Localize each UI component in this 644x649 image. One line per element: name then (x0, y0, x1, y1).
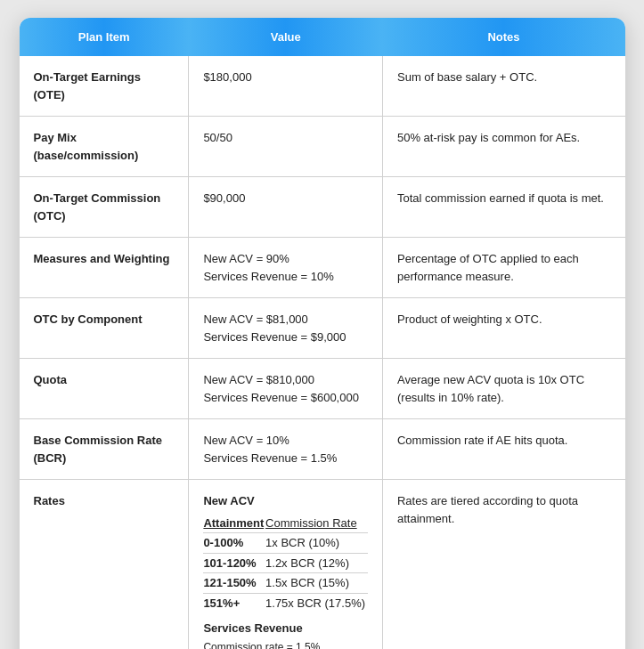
table-row: QuotaNew ACV = $810,000Services Revenue … (20, 359, 625, 419)
tier-rate: 1.2x BCR (12%) (265, 553, 368, 573)
tier-rate: 1x BCR (10%) (265, 533, 368, 554)
table-row: Base Commission Rate (BCR)New ACV = 10%S… (20, 419, 625, 480)
notes-cell: Rates are tiered according to quota atta… (382, 480, 624, 650)
plan-item-cell: OTC by Component (20, 298, 189, 359)
plan-item-cell: On-Target Earnings (OTE) (20, 56, 189, 117)
value-cell: New ACV = 90%Services Revenue = 10% (189, 238, 383, 298)
table-row: Measures and WeightingNew ACV = 90%Servi… (20, 238, 625, 298)
value-cell: New ACV = $81,000Services Revenue = $9,0… (189, 298, 383, 359)
tier-rate: 1.75x BCR (17.5%) (265, 593, 368, 612)
value-cell: New ACV = $810,000Services Revenue = $60… (189, 359, 383, 419)
value-cell: New ACV = 10%Services Revenue = 1.5% (189, 419, 383, 480)
notes-cell: 50% at-risk pay is common for AEs. (382, 117, 624, 177)
table-row: Pay Mix (base/commission)50/5050% at-ris… (20, 117, 625, 177)
plan-item-cell: Base Commission Rate (BCR) (20, 419, 189, 480)
table-row: On-Target Commission (OTC)$90,000Total c… (20, 177, 625, 238)
table-row: RatesNew ACVAttainmentCommission Rate0-1… (20, 480, 625, 650)
rates-services-note: Commission rate = 1.5% (203, 639, 368, 650)
col-header-plan-item: Plan Item (20, 18, 189, 56)
table-row: OTC by ComponentNew ACV = $81,000Service… (20, 298, 625, 359)
notes-cell: Commission rate if AE hits quota. (382, 419, 624, 480)
notes-cell: Average new ACV quota is 10x OTC (result… (382, 359, 624, 419)
plan-item-cell: Measures and Weighting (20, 238, 189, 298)
table-row: On-Target Earnings (OTE)$180,000Sum of b… (20, 56, 625, 117)
col-header-value: Value (189, 18, 383, 56)
col-header-notes: Notes (382, 18, 624, 56)
rates-services-header: Services Revenue (203, 620, 368, 637)
plan-item-cell: On-Target Commission (OTC) (20, 177, 189, 238)
rates-new-acv-header: New ACV (203, 492, 368, 510)
rates-attainment-col-header: Attainment (203, 514, 265, 533)
notes-cell: Percentage of OTC applied to each perfor… (382, 238, 624, 298)
tier-attainment: 151%+ (203, 593, 265, 612)
value-cell: $180,000 (189, 56, 383, 117)
value-cell: $90,000 (189, 177, 383, 238)
rates-commission-col-header: Commission Rate (265, 514, 368, 533)
plan-item-cell: Rates (20, 480, 189, 650)
plan-item-cell: Pay Mix (base/commission) (20, 117, 189, 177)
notes-cell: Total commission earned if quota is met. (382, 177, 624, 238)
value-cell: 50/50 (189, 117, 383, 177)
notes-cell: Sum of base salary + OTC. (382, 56, 624, 117)
tier-attainment: 121-150% (203, 573, 265, 594)
tier-attainment: 101-120% (203, 553, 265, 573)
tier-attainment: 0-100% (203, 533, 265, 554)
notes-cell: Product of weighting x OTC. (382, 298, 624, 359)
tier-rate: 1.5x BCR (15%) (265, 573, 368, 594)
compensation-table: Plan Item Value Notes On-Target Earnings… (20, 18, 625, 649)
plan-item-cell: Quota (20, 359, 189, 419)
value-cell: New ACVAttainmentCommission Rate0-100%1x… (189, 480, 383, 650)
